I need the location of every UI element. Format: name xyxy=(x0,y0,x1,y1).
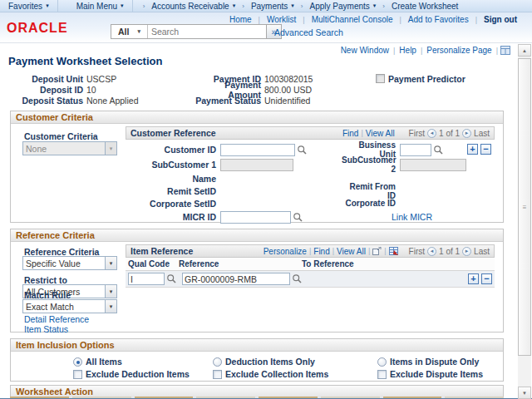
previous-row-button[interactable]: ◂ xyxy=(427,129,436,138)
crumb-label: Accounts Receivable xyxy=(151,2,229,11)
vertical-scrollbar[interactable]: ▲ ≡ ▼ xyxy=(518,44,531,399)
payment-predictor-checkbox[interactable] xyxy=(376,74,385,83)
exclude-collection-items-checkbox[interactable] xyxy=(213,370,222,379)
new-window-link[interactable]: New Window xyxy=(337,46,393,55)
reference-column-header: Reference xyxy=(179,259,302,268)
item-status-link[interactable]: Item Status xyxy=(24,324,68,334)
add-to-favorites-link[interactable]: Add to Favorites xyxy=(401,15,475,24)
breadcrumb-payments[interactable]: Payments ▾ xyxy=(248,0,298,12)
link-micr-link[interactable]: Link MICR xyxy=(392,212,432,222)
deposit-id-value: 10 xyxy=(86,85,96,95)
last-label: Last xyxy=(474,129,490,138)
payment-summary-column: Payment ID1003082015 Payment Amount800.0… xyxy=(191,73,313,106)
breadcrumb-separator-icon: › xyxy=(242,2,244,10)
reference-criteria-select[interactable]: Specific Value ▾ xyxy=(22,256,117,270)
customer-reference-header: Customer Reference Find | View All First… xyxy=(126,126,495,140)
exclude-deduction-items-checkbox[interactable] xyxy=(73,370,82,379)
deposit-status-label: Deposit Status xyxy=(15,96,86,106)
qual-code-input[interactable] xyxy=(128,273,165,285)
view-all-link[interactable]: View All xyxy=(337,247,366,256)
find-link[interactable]: Find xyxy=(342,129,358,138)
advanced-search-link[interactable]: Advanced Search xyxy=(274,27,343,37)
customer-reference-grid: Customer Reference Find | View All First… xyxy=(126,126,495,224)
find-link[interactable]: Find xyxy=(313,247,329,256)
search-scope-dropdown[interactable]: All ▾ xyxy=(111,25,144,38)
zoom-grid-icon[interactable] xyxy=(372,247,382,255)
previous-row-button[interactable]: ◂ xyxy=(427,247,436,256)
micr-id-input[interactable] xyxy=(220,211,291,224)
breadcrumb-accounts-receivable[interactable]: Accounts Receivable ▾ xyxy=(148,0,239,12)
reference-criteria-section-title: Reference Criteria xyxy=(11,229,503,242)
breadcrumb-separator-icon: › xyxy=(382,2,385,10)
view-all-link[interactable]: View All xyxy=(366,129,395,138)
corporate-setid-label: Corporate SetID xyxy=(126,199,220,209)
all-items-radio[interactable] xyxy=(73,357,82,367)
personalize-layout-icon[interactable] xyxy=(500,46,510,55)
item-reference-header: Item Reference Personalize | Find | View… xyxy=(126,244,495,258)
payment-amount-value: 800.00 USD xyxy=(264,85,312,95)
payment-predictor-label: Payment Predictor xyxy=(388,74,466,84)
home-link[interactable]: Home xyxy=(223,15,259,24)
customer-id-input[interactable] xyxy=(220,144,295,156)
items-in-dispute-only-radio[interactable] xyxy=(377,357,387,367)
multichannel-console-link[interactable]: MultiChannel Console xyxy=(305,15,400,24)
reference-lookup-icon[interactable] xyxy=(292,273,303,284)
name-label: Name xyxy=(126,174,220,184)
download-grid-icon[interactable] xyxy=(389,247,398,255)
business-unit-lookup-icon[interactable] xyxy=(433,145,444,155)
search-box: All ▾ xyxy=(111,24,267,39)
personalize-link[interactable]: Personalize xyxy=(264,247,307,256)
separator: | xyxy=(496,47,498,55)
delete-row-button[interactable]: − xyxy=(481,273,492,284)
exclude-deduction-items-label: Exclude Deduction Items xyxy=(86,369,190,379)
breadcrumb-separator-icon: › xyxy=(143,2,145,10)
add-row-button[interactable]: + xyxy=(468,273,479,284)
payment-predictor-column: Payment Predictor xyxy=(376,73,466,84)
chevron-down-icon: ▾ xyxy=(233,2,236,9)
micr-id-lookup-icon[interactable] xyxy=(293,212,303,223)
chevron-down-icon: ▾ xyxy=(105,300,116,313)
next-row-button[interactable]: ▸ xyxy=(462,247,471,256)
breadcrumb-create-worksheet[interactable]: Create Worksheet xyxy=(388,0,461,12)
separator: | xyxy=(384,247,386,255)
match-rule-select-value: Exact Match xyxy=(23,302,105,312)
help-link[interactable]: Help xyxy=(395,46,421,55)
delete-row-button[interactable]: − xyxy=(480,144,491,155)
sign-out-link[interactable]: Sign out xyxy=(477,15,517,24)
qual-code-column-header: Qual Code xyxy=(126,259,179,268)
personalize-page-link[interactable]: Personalize Page xyxy=(422,46,495,55)
chevron-down-icon: ▾ xyxy=(105,142,116,155)
chevron-down-icon: ▾ xyxy=(291,2,294,9)
detail-reference-link[interactable]: Detail Reference xyxy=(24,314,89,324)
worklist-link[interactable]: Worklist xyxy=(260,15,303,24)
customer-id-lookup-icon[interactable] xyxy=(297,145,308,155)
scroll-down-button[interactable]: ▼ xyxy=(518,387,531,399)
business-unit-input[interactable] xyxy=(400,144,431,156)
reference-input[interactable] xyxy=(182,273,290,285)
add-row-button[interactable]: + xyxy=(467,144,478,155)
qual-code-lookup-icon[interactable] xyxy=(166,273,177,284)
last-label: Last xyxy=(474,247,490,256)
exclude-dispute-items-label: Exclude Dispute Items xyxy=(390,369,483,379)
deposit-unit-value: USCSP xyxy=(86,74,116,84)
chevron-down-icon: ▾ xyxy=(121,2,124,9)
search-input[interactable] xyxy=(148,27,266,37)
main-menu[interactable]: Main Menu ▾ xyxy=(68,0,133,12)
main-menu-label: Main Menu xyxy=(76,2,117,11)
payment-status-label: Payment Status xyxy=(191,96,264,106)
deduction-items-only-radio[interactable] xyxy=(213,357,222,367)
payment-status-value: Unidentified xyxy=(264,96,310,106)
items-in-dispute-only-label: Items in Dispute Only xyxy=(390,357,479,367)
match-rule-select[interactable]: Exact Match ▾ xyxy=(22,299,117,313)
customer-id-label: Customer ID xyxy=(126,145,220,155)
reference-criteria-section: Reference Criteria Reference Criteria Sp… xyxy=(10,229,504,332)
deposit-unit-label: Deposit Unit xyxy=(15,74,86,84)
scroll-up-button[interactable]: ▲ xyxy=(518,44,531,57)
breadcrumb-apply-payments[interactable]: Apply Payments ▾ xyxy=(307,0,380,12)
exclude-dispute-items-checkbox[interactable] xyxy=(377,370,387,379)
item-inclusion-section-title: Item Inclusion Options xyxy=(11,339,503,352)
favorites-menu[interactable]: Favorites ▾ xyxy=(0,0,58,12)
next-row-button[interactable]: ▸ xyxy=(462,129,471,138)
chevron-down-icon: ▾ xyxy=(105,285,116,298)
scrollbar-thumb[interactable]: ≡ xyxy=(518,58,531,356)
